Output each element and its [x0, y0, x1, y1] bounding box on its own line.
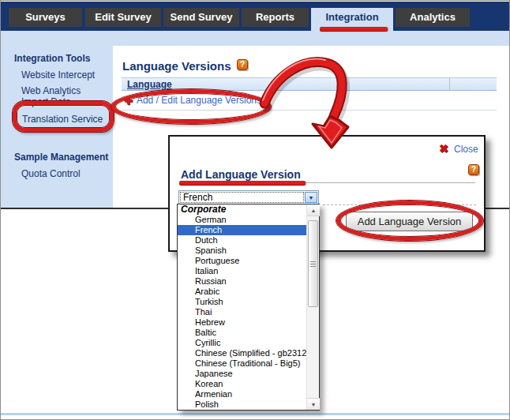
annotation-ellipse-add-button	[336, 201, 483, 241]
chevron-down-icon[interactable]: ▼	[305, 192, 317, 203]
tab-send-survey[interactable]: Send Survey	[163, 8, 239, 27]
column-separator	[449, 78, 450, 90]
dialog-help-icon[interactable]: ?	[468, 164, 479, 175]
language-option[interactable]: Chinese (Simplified - gb2312)	[178, 348, 319, 358]
language-option[interactable]: Baltic	[178, 328, 319, 338]
tab-surveys[interactable]: Surveys	[9, 8, 82, 27]
sidebar-item-quota-control[interactable]: Quota Control	[21, 168, 81, 179]
annotation-underline-integration	[320, 27, 388, 31]
language-option[interactable]: Cyrillic	[178, 338, 319, 348]
close-button[interactable]: Close	[454, 144, 478, 155]
language-option[interactable]: Spanish	[178, 246, 319, 256]
sidebar-item-web-analytics[interactable]: Web Analytics	[21, 85, 81, 96]
language-option[interactable]: Dutch	[178, 235, 319, 246]
footer-divider	[1, 413, 509, 415]
option-group-label: Corporate	[178, 204, 319, 215]
scroll-down-icon[interactable]: ▼	[307, 398, 320, 410]
app-window: Surveys Edit Survey Send Survey Reports …	[0, 0, 510, 420]
language-column-header[interactable]: Language	[127, 79, 172, 90]
language-select[interactable]: French ▼	[178, 190, 319, 204]
language-option[interactable]: Korean	[178, 379, 319, 389]
tab-analytics[interactable]: Analytics	[396, 8, 470, 27]
language-option[interactable]: Portuguese	[178, 256, 319, 266]
language-option[interactable]: Chinese (Traditional - Big5)	[178, 358, 319, 369]
help-icon[interactable]: ?	[237, 59, 248, 70]
annotation-box-translation-service	[13, 101, 114, 132]
language-option[interactable]: Italian	[178, 266, 319, 276]
language-option[interactable]: Hebrew	[178, 317, 319, 328]
dialog-title: Add Language Version	[181, 168, 301, 181]
sidebar-section-sample-management: Sample Management	[14, 152, 108, 163]
language-option[interactable]: Russian	[178, 276, 319, 287]
language-option[interactable]: Polish	[178, 399, 319, 410]
annotation-ellipse-add-link	[111, 89, 271, 124]
sidebar-item-website-intercept[interactable]: Website Intercept	[21, 69, 95, 81]
scrollbar-grip	[310, 261, 316, 268]
language-option-selected[interactable]: French	[178, 225, 319, 235]
top-navigation-bar: Surveys Edit Survey Send Survey Reports …	[1, 2, 509, 31]
language-option[interactable]: Thai	[178, 307, 319, 317]
language-option[interactable]: Turkish	[178, 297, 319, 307]
language-option[interactable]: Arabic	[178, 287, 319, 297]
language-option[interactable]: Armenian	[178, 389, 319, 399]
language-select-value[interactable]: French	[180, 192, 304, 203]
sidebar-section-integration-tools: Integration Tools	[14, 53, 90, 64]
tab-edit-survey[interactable]: Edit Survey	[85, 8, 161, 27]
annotation-underline-dialog-title	[179, 181, 306, 185]
scroll-up-icon[interactable]: ▲	[307, 204, 320, 216]
language-option[interactable]: German	[178, 215, 319, 225]
scrollbar-thumb[interactable]	[308, 220, 318, 307]
language-dropdown-list: Corporate German French Dutch Spanish Po…	[177, 204, 320, 411]
language-option[interactable]: Japanese	[178, 369, 319, 379]
close-icon[interactable]: ✖	[439, 142, 448, 155]
tab-reports[interactable]: Reports	[242, 8, 309, 27]
scrollbar[interactable]: ▲ ▼	[306, 204, 319, 410]
page-title: Language Versions	[122, 59, 231, 73]
